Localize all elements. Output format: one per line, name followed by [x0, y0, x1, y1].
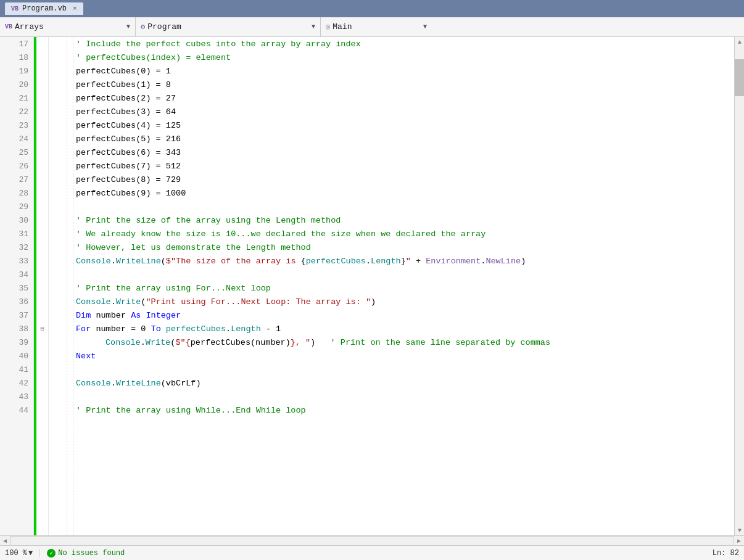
status-right: Ln: 82: [713, 549, 739, 558]
main-caret-icon: ▼: [423, 23, 427, 30]
scroll-track[interactable]: [735, 47, 744, 525]
teal-token: Write: [116, 297, 141, 307]
gutter-line: [36, 146, 48, 159]
teal-token: Console: [76, 257, 111, 266]
tab-close-button[interactable]: ×: [73, 5, 77, 12]
purple-token: Environment: [426, 257, 481, 266]
main-dropdown[interactable]: ◎ Main ▼: [321, 17, 432, 36]
black-token: .: [111, 297, 116, 307]
collapse-button[interactable]: ⊟: [36, 322, 48, 336]
line-number: 21: [0, 91, 33, 105]
code-line: perfectCubes(5) = 216: [76, 132, 734, 146]
comment-token: ' Print the array using For...Next loop: [76, 284, 271, 293]
string-token: }, ": [291, 338, 310, 347]
gutter-line: [36, 105, 48, 118]
status-text: No issues found: [58, 549, 125, 558]
line-info: Ln: 82: [713, 549, 739, 558]
toolbar-bar: VB Arrays ▼ ⚙ Program ▼ ◎ Main ▼: [0, 17, 744, 37]
black-token: .: [111, 379, 116, 388]
file-tab[interactable]: VB Program.vb ×: [5, 2, 83, 15]
gutter: ⊟: [36, 37, 49, 535]
gutter-line: [36, 254, 48, 268]
comment-token: ' Print the size of the array using the …: [76, 216, 341, 225]
line-number: 28: [0, 186, 33, 200]
scroll-right-button[interactable]: ▶: [734, 536, 744, 546]
program-dropdown[interactable]: ⚙ Program ▼: [136, 17, 321, 36]
teal-token: Length: [231, 324, 261, 334]
gutter-line: [36, 51, 48, 64]
teal-token: Console: [76, 379, 111, 388]
code-line: ' We already know the size is 10...we de…: [76, 227, 734, 241]
scroll-thumb[interactable]: [735, 59, 744, 96]
scroll-up-button[interactable]: ▲: [735, 37, 744, 47]
gutter-line: [36, 390, 48, 403]
issue-status: ✓ No issues found: [47, 549, 125, 558]
code-line: [76, 268, 734, 281]
line-numbers: 1718192021222324252627282930313233343536…: [0, 37, 34, 535]
teal-token: perfectCubes: [166, 324, 226, 334]
code-token: perfectCubes(6) = 343: [76, 148, 181, 157]
code-token: perfectCubes(5) = 216: [76, 134, 181, 144]
gutter-line: [36, 159, 48, 173]
indent-guide2: [67, 37, 73, 535]
line-number: 17: [0, 37, 33, 51]
gutter-line: [36, 118, 48, 132]
code-line: Console.WriteLine($"The size of the arra…: [76, 254, 734, 268]
black-token: ): [310, 338, 330, 347]
zoom-selector[interactable]: 100 % ▼: [5, 549, 39, 558]
code-line: ' Print the size of the array using the …: [76, 213, 734, 227]
gutter-line: [36, 336, 48, 349]
code-editor[interactable]: ' Include the perfect cubes into the arr…: [73, 37, 734, 535]
teal-token: Console: [105, 338, 141, 347]
gutter-line: [36, 308, 48, 322]
gutter-line: [36, 376, 48, 390]
status-bar: 100 % ▼ ✓ No issues found Ln: 82: [0, 545, 744, 560]
gutter-line: [36, 268, 48, 281]
teal-token: Console: [76, 297, 111, 307]
line-number: 39: [0, 336, 33, 349]
black-token: [161, 324, 166, 334]
horizontal-scroll-track[interactable]: [10, 536, 734, 546]
teal-token: perfectCubes: [306, 257, 366, 266]
program-icon: ⚙: [141, 22, 145, 31]
scroll-left-button[interactable]: ◀: [0, 536, 10, 546]
black-token: perfectCubes(number): [191, 338, 291, 347]
line-number: 22: [0, 105, 33, 118]
black-token: number = 0: [91, 324, 151, 334]
code-token: perfectCubes(4) = 125: [76, 121, 181, 130]
vertical-scrollbar[interactable]: ▲ ▼: [734, 37, 744, 535]
keyword-token: For: [76, 324, 91, 334]
string-token: "Print using For...Next Loop: The array …: [146, 297, 371, 307]
comment-token: ' Include the perfect cubes into the arr…: [76, 39, 361, 49]
code-line: perfectCubes(3) = 64: [76, 105, 734, 118]
black-token: [141, 311, 146, 320]
code-line: Console.Write($"{perfectCubes(number)}, …: [76, 336, 734, 349]
black-token: ): [371, 297, 376, 307]
gutter-line: [36, 173, 48, 186]
black-token: +: [411, 257, 426, 266]
arrays-caret-icon: ▼: [126, 23, 130, 30]
line-number: 30: [0, 213, 33, 227]
purple-token: NewLine: [486, 257, 521, 266]
black-token: .: [141, 338, 146, 347]
horizontal-scrollbar-row[interactable]: ◀ ▶: [0, 535, 744, 545]
code-line: perfectCubes(6) = 343: [76, 146, 734, 159]
gutter-line: [36, 64, 48, 78]
arrays-dropdown[interactable]: VB Arrays ▼: [0, 17, 136, 36]
code-token: perfectCubes(9) = 1000: [76, 189, 186, 198]
main-dropdown-label: Main: [333, 22, 352, 31]
gutter-line: [36, 281, 48, 295]
file-tab-label: Program.vb: [22, 4, 67, 13]
line-number: 19: [0, 64, 33, 78]
scroll-down-button[interactable]: ▼: [735, 525, 744, 535]
line-number: 43: [0, 390, 33, 403]
arrays-dropdown-label: Arrays: [15, 22, 44, 31]
line-number: 25: [0, 146, 33, 159]
teal-token: Length: [371, 257, 401, 266]
gutter-line: [36, 227, 48, 241]
zoom-caret: ▼: [28, 549, 33, 558]
black-token: ): [521, 257, 526, 266]
code-line: Dim number As Integer: [76, 308, 734, 322]
gutter-line: [36, 91, 48, 105]
black-token: (: [141, 297, 146, 307]
